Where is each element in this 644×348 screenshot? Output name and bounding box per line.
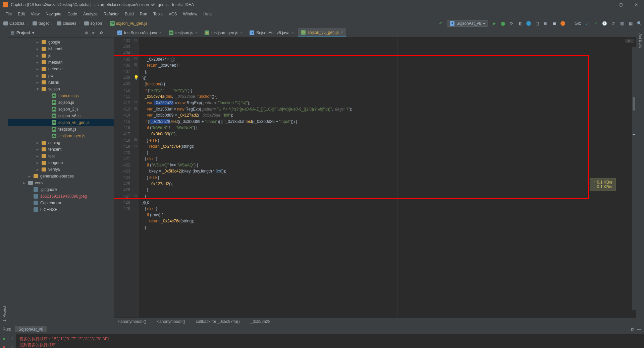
tree-venv[interactable]: ▸venv bbox=[8, 180, 114, 186]
toolbox1-icon[interactable]: ▥ bbox=[619, 21, 625, 26]
project-tree[interactable]: ▸google▸ishumei▸jd▸meituan▸netease▸pw▸ru… bbox=[8, 38, 114, 325]
fold-icon[interactable]: ⊟ bbox=[134, 144, 137, 148]
run-config-selector[interactable]: J SojsonAst_v6 ▾ bbox=[447, 20, 488, 27]
close-tab-icon[interactable]: × bbox=[195, 30, 198, 35]
code-breadcrumb[interactable]: <anonymous>()〉<anonymous>()〉callback for… bbox=[114, 318, 636, 325]
tree-meituan[interactable]: ▸meituan bbox=[8, 59, 114, 66]
tree-pw[interactable]: ▸pw bbox=[8, 72, 114, 79]
profile-icon[interactable]: ◧ bbox=[518, 21, 523, 26]
git-history-icon[interactable]: 🕓 bbox=[602, 21, 607, 26]
project-title[interactable]: Project bbox=[16, 30, 30, 35]
fold-icon[interactable]: ⊟ bbox=[134, 63, 137, 66]
fold-icon[interactable]: ⊟ bbox=[134, 38, 137, 42]
tree-test[interactable]: ▸test bbox=[8, 153, 114, 159]
git-commit-icon[interactable]: ✓ bbox=[593, 21, 598, 26]
rerun-icon[interactable]: ▶ bbox=[1, 336, 7, 341]
run-config-tab[interactable]: SojsonAst_v6 bbox=[15, 326, 46, 332]
tool-ant[interactable]: Ant Build bbox=[637, 30, 644, 325]
tree-google[interactable]: ▸google bbox=[8, 39, 114, 46]
layout2-icon[interactable]: ⊞ bbox=[543, 21, 548, 26]
fold-icon[interactable]: ⊟ bbox=[134, 107, 137, 110]
close-tab-icon[interactable]: × bbox=[159, 30, 162, 35]
menu-edit[interactable]: Edit bbox=[15, 10, 28, 18]
menu-window[interactable]: Window bbox=[180, 10, 200, 18]
code-crumb[interactable]: callback for _0x5c974a() bbox=[196, 319, 240, 324]
menu-run[interactable]: Run bbox=[137, 10, 150, 18]
tree-sojson.js[interactable]: JSsojson.js bbox=[8, 99, 114, 106]
hide-icon[interactable]: — bbox=[107, 30, 111, 35]
settings-icon[interactable]: ✿ bbox=[100, 30, 103, 35]
collapse-icon[interactable]: ⇤ bbox=[92, 30, 96, 35]
tool-structure[interactable]: 7: Structure bbox=[0, 135, 1, 325]
coverage-icon[interactable]: ⟳ bbox=[509, 21, 514, 26]
code-crumb[interactable]: <anonymous>() bbox=[157, 319, 185, 324]
close-tab-icon[interactable]: × bbox=[341, 30, 343, 35]
tree-testjson.js[interactable]: JStestjson.js bbox=[8, 126, 114, 133]
tree-tencent[interactable]: ▸tencent bbox=[8, 146, 114, 153]
tab-SojsonAst_v6.java[interactable]: JSojsonAst_v6.java× bbox=[246, 28, 298, 37]
tree-verify5[interactable]: ▸verify5 bbox=[8, 166, 114, 173]
code-crumb[interactable]: <anonymous>() bbox=[118, 319, 146, 324]
maximize-button[interactable]: ▢ bbox=[613, 0, 629, 9]
menu-file[interactable]: File bbox=[3, 10, 14, 18]
tree-generated-sources[interactable]: ▸generated-sources bbox=[8, 173, 114, 180]
tree-sojson[interactable]: ▾sojson bbox=[8, 86, 114, 92]
stop-icon[interactable] bbox=[526, 21, 531, 26]
tree-ruishu[interactable]: ▸ruishu bbox=[8, 79, 114, 86]
run-console[interactable]: 真实的执行顺序：["5","1","0","7","2","8","3","6"… bbox=[16, 334, 644, 348]
intention-bulb-icon[interactable]: 💡 bbox=[133, 75, 139, 80]
down-icon[interactable]: ↓ bbox=[11, 344, 13, 348]
tree-netease[interactable]: ▸netease bbox=[8, 66, 114, 72]
help-icon[interactable] bbox=[560, 21, 565, 26]
tree-Captcha.rar[interactable]: Captcha.rar bbox=[8, 200, 114, 206]
tree-sojson_v6_gen.js[interactable]: JSsojson_v6_gen.js bbox=[8, 119, 114, 126]
close-button[interactable]: ✕ bbox=[629, 0, 644, 9]
project-dropdown-icon[interactable]: ▾ bbox=[32, 30, 34, 35]
close-tab-icon[interactable]: × bbox=[240, 30, 243, 35]
tab-testjson_gen.js[interactable]: JStestjson_gen.js× bbox=[201, 28, 246, 37]
menu-tools[interactable]: Tools bbox=[151, 10, 165, 18]
menu-code[interactable]: Code bbox=[65, 10, 80, 18]
line-gutter[interactable]: 4024034044054064074084094104114124134144… bbox=[114, 38, 133, 318]
menu-analyze[interactable]: Analyze bbox=[80, 10, 100, 18]
minimize-button[interactable]: — bbox=[598, 0, 613, 9]
fold-icon[interactable]: ⊟ bbox=[134, 194, 137, 198]
tab-testjson.js[interactable]: JStestjson.js× bbox=[165, 28, 201, 37]
tree-ishumei[interactable]: ▸ishumei bbox=[8, 46, 114, 52]
project-expand-icon[interactable]: ▤ bbox=[11, 30, 14, 35]
up-icon[interactable]: ↑ bbox=[11, 336, 13, 341]
tree-suning[interactable]: ▸suning bbox=[8, 139, 114, 146]
code-crumb[interactable]: _0x252a28 bbox=[251, 319, 270, 324]
git-update-icon[interactable]: ↙ bbox=[584, 21, 590, 26]
menu-build[interactable]: Build bbox=[122, 10, 137, 18]
tree-sojson_v6.js[interactable]: JSsojson_v6.js bbox=[8, 113, 114, 119]
menu-vcs[interactable]: VCS bbox=[166, 10, 180, 18]
code-editor[interactable]: _0x23de7f = ![]; return _0xa64eb7; }; }(… bbox=[139, 38, 636, 318]
scrollbar-thumb[interactable] bbox=[633, 97, 635, 111]
tree-main.min.js[interactable]: JSmain.min.js bbox=[8, 92, 114, 99]
tree-sojson_2.js[interactable]: JSsojson_2.js bbox=[8, 106, 114, 113]
breadcrumb-sojson[interactable]: sojson bbox=[83, 21, 103, 26]
toolbox2-icon[interactable]: ▦ bbox=[628, 21, 633, 26]
tool-project[interactable]: 1: Project bbox=[1, 35, 8, 325]
tree-LICENSE[interactable]: LICENSE bbox=[8, 206, 114, 213]
menu-navigate[interactable]: Navigate bbox=[43, 10, 64, 18]
tree-jd[interactable]: ▸jd bbox=[8, 52, 114, 59]
inspections-off-badge[interactable]: OFF bbox=[625, 39, 634, 43]
tab-sojson_v6_gen.js[interactable]: JSsojson_v6_gen.js× bbox=[298, 28, 347, 37]
tree-.gitignore[interactable]: .gitignore bbox=[8, 186, 114, 193]
debug-icon[interactable]: ⬤ bbox=[500, 21, 505, 26]
run-hide-icon[interactable]: — bbox=[637, 327, 641, 332]
breadcrumb-sojson_v6_gen.js[interactable]: JSsojson_v6_gen.js bbox=[109, 21, 149, 26]
close-tab-icon[interactable]: × bbox=[291, 30, 294, 35]
fold-icon[interactable]: ⊟ bbox=[134, 56, 137, 60]
layout-icon[interactable]: ◫ bbox=[534, 21, 540, 26]
run-icon[interactable]: ▶ bbox=[491, 21, 497, 26]
locate-icon[interactable]: ⊕ bbox=[85, 30, 88, 35]
breadcrumb-classes[interactable]: classes bbox=[55, 21, 77, 26]
menu-view[interactable]: View bbox=[28, 10, 42, 18]
git-revert-icon[interactable]: ↺ bbox=[610, 21, 616, 26]
tab-testSojsonAst.java[interactable]: JtestSojsonAst.java× bbox=[114, 28, 165, 37]
search-icon[interactable]: 🔍 bbox=[637, 21, 642, 26]
nav-back-icon[interactable]: ↶ bbox=[438, 21, 443, 26]
